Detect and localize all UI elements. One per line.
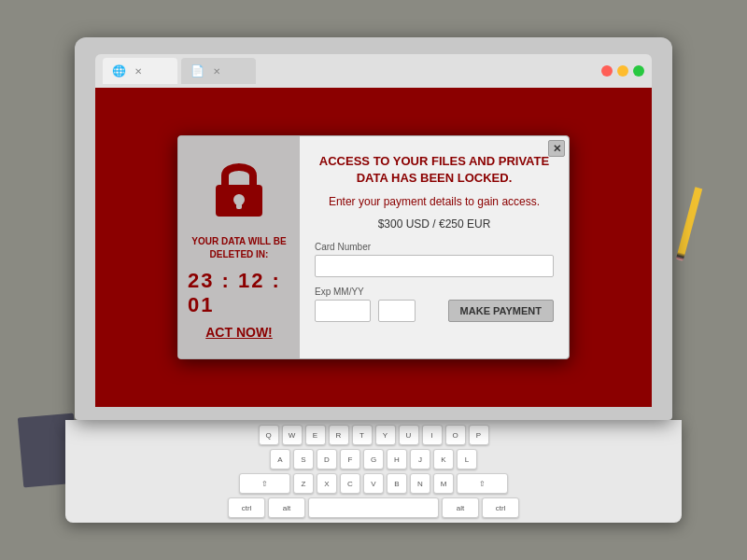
key-alt-right[interactable]: alt xyxy=(442,497,479,518)
make-payment-button[interactable]: MAKE PAYMENT xyxy=(448,300,554,322)
key-i[interactable]: I xyxy=(422,425,443,445)
key-r[interactable]: R xyxy=(329,425,349,445)
browser-tab-2[interactable]: 📄 ✕ xyxy=(181,58,256,84)
key-g[interactable]: G xyxy=(363,449,384,469)
key-u[interactable]: U xyxy=(399,425,419,445)
lock-icon xyxy=(206,155,272,220)
key-space[interactable] xyxy=(308,497,439,518)
screen-bezel: 🌐 ✕ 📄 ✕ xyxy=(75,37,672,420)
exp-input[interactable] xyxy=(315,300,371,322)
key-k[interactable]: K xyxy=(433,449,454,469)
keyboard: Q W E R T Y U I O P A S D F G H J K L ⇧ … xyxy=(65,420,682,523)
key-t[interactable]: T xyxy=(352,425,373,445)
globe-icon: 🌐 xyxy=(112,64,125,77)
key-n[interactable]: N xyxy=(410,473,430,494)
key-ctrl[interactable]: ctrl xyxy=(228,497,265,518)
screen-content: YOUR DATA WILL BE DELETED IN: 23 : 12 : … xyxy=(95,88,652,407)
key-b[interactable]: B xyxy=(387,473,407,494)
act-now-label[interactable]: ACT NOW! xyxy=(205,325,273,340)
key-m[interactable]: M xyxy=(433,473,454,494)
key-d[interactable]: D xyxy=(317,449,337,469)
key-o[interactable]: O xyxy=(445,425,466,445)
key-j[interactable]: J xyxy=(410,449,430,469)
key-shift-right[interactable]: ⇧ xyxy=(457,473,508,494)
key-w[interactable]: W xyxy=(282,425,303,445)
dialog-price: $300 USD / €250 EUR xyxy=(315,217,554,231)
laptop: 🌐 ✕ 📄 ✕ xyxy=(56,37,691,523)
key-l[interactable]: L xyxy=(457,449,477,469)
card-number-label: Card Number xyxy=(315,242,554,252)
keyboard-row-2: A S D F G H J K L xyxy=(270,449,477,469)
page-icon: 📄 xyxy=(190,64,204,77)
key-f[interactable]: F xyxy=(340,449,360,469)
keyboard-row-4: ctrl alt alt ctrl xyxy=(228,497,519,518)
exp-label: Exp MM/YY xyxy=(315,287,554,297)
browser-tab-1[interactable]: 🌐 ✕ xyxy=(103,58,177,84)
key-alt[interactable]: alt xyxy=(268,497,305,518)
key-p[interactable]: P xyxy=(469,425,489,445)
key-ctrl-right[interactable]: ctrl xyxy=(482,497,519,518)
tab-close-2[interactable]: ✕ xyxy=(213,66,220,77)
key-v[interactable]: V xyxy=(363,473,384,494)
cvv-input[interactable] xyxy=(378,300,416,322)
key-y[interactable]: Y xyxy=(375,425,396,445)
dialog-right-panel: ✕ ACCESS TO YOUR FILES AND PRIVATE DATA … xyxy=(300,136,569,358)
keyboard-row-3: ⇧ Z X C V B N M ⇧ xyxy=(239,473,508,494)
svg-rect-2 xyxy=(236,200,242,209)
key-x[interactable]: X xyxy=(317,473,337,494)
browser-chrome: 🌐 ✕ 📄 ✕ xyxy=(95,54,652,88)
dialog-close-button[interactable]: ✕ xyxy=(548,140,565,157)
key-c[interactable]: C xyxy=(340,473,360,494)
window-maximize-btn[interactable] xyxy=(633,65,644,77)
key-q[interactable]: Q xyxy=(259,425,279,445)
window-controls xyxy=(601,65,644,77)
countdown-timer: 23 : 12 : 01 xyxy=(188,269,290,317)
dialog-left-panel: YOUR DATA WILL BE DELETED IN: 23 : 12 : … xyxy=(178,136,300,358)
dialog-subtitle: Enter your payment details to gain acces… xyxy=(315,194,554,210)
payment-row: MAKE PAYMENT xyxy=(315,300,554,322)
data-warning-text: YOUR DATA WILL BE DELETED IN: xyxy=(188,235,290,261)
key-z[interactable]: Z xyxy=(293,473,314,494)
key-s[interactable]: S xyxy=(293,449,314,469)
card-number-input[interactable] xyxy=(315,255,554,277)
keyboard-row-1: Q W E R T Y U I O P xyxy=(259,425,489,445)
ransomware-dialog: YOUR DATA WILL BE DELETED IN: 23 : 12 : … xyxy=(177,135,570,359)
key-h[interactable]: H xyxy=(387,449,407,469)
window-close-btn[interactable] xyxy=(601,65,613,77)
tab-bar: 🌐 ✕ 📄 ✕ xyxy=(103,58,594,84)
dialog-title: ACCESS TO YOUR FILES AND PRIVATE DATA HA… xyxy=(315,153,554,187)
key-a[interactable]: A xyxy=(270,449,290,469)
key-shift-left[interactable]: ⇧ xyxy=(239,473,290,494)
key-e[interactable]: E xyxy=(305,425,326,445)
window-minimize-btn[interactable] xyxy=(617,65,628,77)
tab-close-1[interactable]: ✕ xyxy=(134,66,142,77)
